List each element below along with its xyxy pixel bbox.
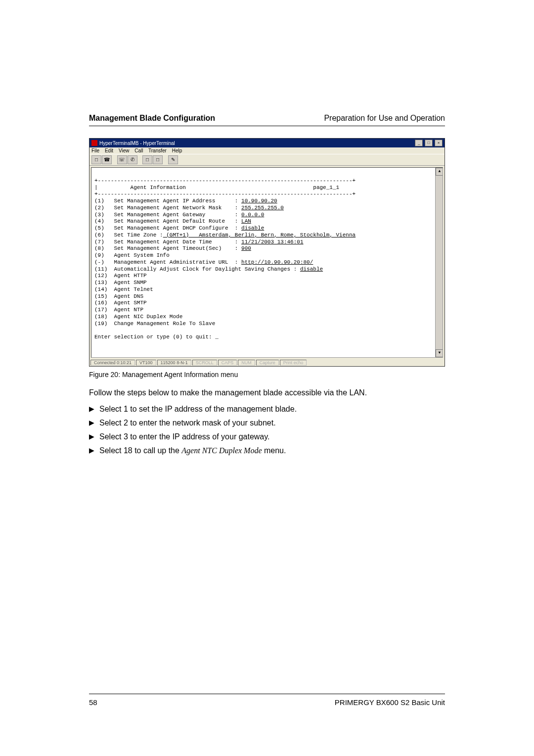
step-item: ▶Select 1 to set the IP address of the m… <box>89 405 445 414</box>
page-footer: 58 PRIMERGY BX600 S2 Basic Unit <box>89 694 445 707</box>
terminal-body: +---------------------------------------… <box>91 167 443 358</box>
page-header: Management Blade Configuration Preparati… <box>89 114 445 126</box>
menu-help[interactable]: Help <box>172 148 182 153</box>
step-text: Select 2 to enter the network mask of yo… <box>99 419 276 427</box>
maximize-button[interactable]: □ <box>425 140 433 146</box>
instruction-text: Follow the steps below to make the manag… <box>89 387 445 398</box>
window-title: HyperTerminalMB - HyperTerminal <box>99 141 175 146</box>
minimize-button[interactable]: _ <box>415 140 423 146</box>
term-header-right: page_1_1 <box>313 185 339 190</box>
menu-transfer[interactable]: Transfer <box>148 148 167 153</box>
menu-edit[interactable]: Edit <box>105 148 113 153</box>
steps-list: ▶Select 1 to set the IP address of the m… <box>89 405 445 455</box>
close-button[interactable]: × <box>435 140 443 146</box>
toolbar-btn-6[interactable]: □ <box>153 155 163 164</box>
step-marker-icon: ▶ <box>89 419 94 427</box>
step-text: Select 3 to enter the IP address of your… <box>99 432 270 441</box>
toolbar-btn-7[interactable]: ✎ <box>168 155 178 164</box>
footer-title: PRIMERGY BX600 S2 Basic Unit <box>335 698 445 707</box>
toolbar-btn-3[interactable]: ☏ <box>117 155 127 164</box>
toolbar-btn-4[interactable]: ✆ <box>128 155 137 164</box>
status-baud: 115200 8-N-1 <box>157 360 191 366</box>
step-text: Select 18 to call up the Agent NTC Duple… <box>99 446 286 455</box>
menu-view[interactable]: View <box>119 148 130 153</box>
hyperterminal-window: HyperTerminalMB - HyperTerminal _ □ × Fi… <box>89 138 445 367</box>
header-right: Preparation for Use and Operation <box>324 114 445 123</box>
menu-file[interactable]: File <box>91 148 99 153</box>
scrollbar[interactable]: ▲ ▼ <box>435 168 443 357</box>
toolbar-btn-5[interactable]: □ <box>142 155 152 164</box>
step-item: ▶Select 18 to call up the Agent NTC Dupl… <box>89 446 445 455</box>
status-num: NUM <box>238 360 255 366</box>
term-header-left: | Agent Information <box>94 185 186 190</box>
terminal-rows: (1) Set Management Agent IP Address : 10… <box>94 198 356 327</box>
status-emulation: VT100 <box>136 360 156 366</box>
status-connected: Connected 0:10:21 <box>90 360 135 366</box>
figure-caption: Figure 20: Management Agent Information … <box>89 371 445 378</box>
step-text: Select 1 to set the IP address of the ma… <box>99 405 297 414</box>
toolbar-btn-2[interactable]: ☎ <box>102 155 112 164</box>
status-echo: Print echo <box>280 360 307 366</box>
scroll-up-icon[interactable]: ▲ <box>436 168 443 176</box>
statusbar: Connected 0:10:21 VT100 115200 8-N-1 SCR… <box>89 359 445 366</box>
term-border-top: +---------------------------------------… <box>94 178 356 184</box>
step-marker-icon: ▶ <box>89 446 94 455</box>
step-marker-icon: ▶ <box>89 405 94 414</box>
step-item: ▶Select 3 to enter the IP address of you… <box>89 432 445 441</box>
titlebar: HyperTerminalMB - HyperTerminal _ □ × <box>89 139 445 147</box>
toolbar: □☎ ☏✆ □□ ✎ <box>89 154 445 166</box>
status-scroll: SCROLL <box>192 360 217 366</box>
step-marker-icon: ▶ <box>89 432 94 441</box>
toolbar-btn-1[interactable]: □ <box>91 155 101 164</box>
app-icon <box>91 140 97 146</box>
step-item: ▶Select 2 to enter the network mask of y… <box>89 419 445 427</box>
scroll-down-icon[interactable]: ▼ <box>436 349 443 357</box>
status-caps: CAPS <box>218 360 237 366</box>
menu-call[interactable]: Call <box>134 148 143 153</box>
terminal-prompt[interactable]: Enter selection or type (0) to quit: _ <box>94 334 219 340</box>
term-border-mid: +---------------------------------------… <box>94 191 356 197</box>
menubar: File Edit View Call Transfer Help <box>89 147 445 154</box>
header-left: Management Blade Configuration <box>89 114 215 123</box>
page-number: 58 <box>89 698 97 707</box>
window-controls: _ □ × <box>414 140 443 146</box>
status-capture: Capture <box>256 360 279 366</box>
